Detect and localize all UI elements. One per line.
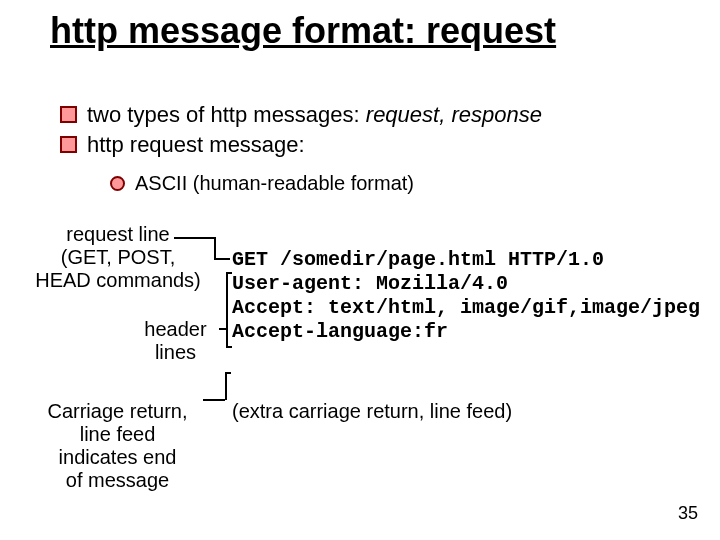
slide-title: http message format: request <box>50 10 556 52</box>
bullet-list: two types of http messages: request, res… <box>60 100 542 159</box>
sub-bullet: ASCII (human-readable format) <box>110 172 414 195</box>
page-number: 35 <box>678 503 698 524</box>
label-request-line: request line(GET, POST,HEAD commands) <box>18 223 218 292</box>
code-line-2: User-agent: Mozilla/4.0 <box>232 272 508 295</box>
bullet-item-2: http request message: <box>60 130 542 160</box>
bullet-1-em: request, response <box>366 102 542 127</box>
square-bullet-icon <box>60 106 77 123</box>
circle-bullet-icon <box>110 176 125 191</box>
bullet-item-1: two types of http messages: request, res… <box>60 100 542 130</box>
extra-note: (extra carriage return, line feed) <box>232 400 512 423</box>
connector-line <box>203 399 225 401</box>
connector-line <box>225 372 227 400</box>
connector-line <box>226 272 228 347</box>
slide: http message format: request two types o… <box>0 0 720 540</box>
connector-line <box>219 328 227 330</box>
connector-line <box>214 237 216 259</box>
bullet-2-text: http request message: <box>87 132 305 157</box>
square-bullet-icon <box>60 136 77 153</box>
code-line-1: GET /somedir/page.html HTTP/1.0 <box>232 248 604 271</box>
code-block: GET /somedir/page.html HTTP/1.0 User-age… <box>232 248 700 344</box>
code-line-3: Accept: text/html, image/gif,image/jpeg <box>232 296 700 319</box>
sub-bullet-text: ASCII (human-readable format) <box>135 172 414 194</box>
label-header-lines: headerlines <box>128 318 223 364</box>
code-line-4: Accept-language:fr <box>232 320 448 343</box>
label-carriage-return: Carriage return,line feedindicates endof… <box>30 400 205 492</box>
bullet-1-text: two types of http messages: <box>87 102 366 127</box>
connector-line <box>225 372 231 374</box>
connector-line <box>174 237 214 239</box>
connector-line <box>214 258 230 260</box>
